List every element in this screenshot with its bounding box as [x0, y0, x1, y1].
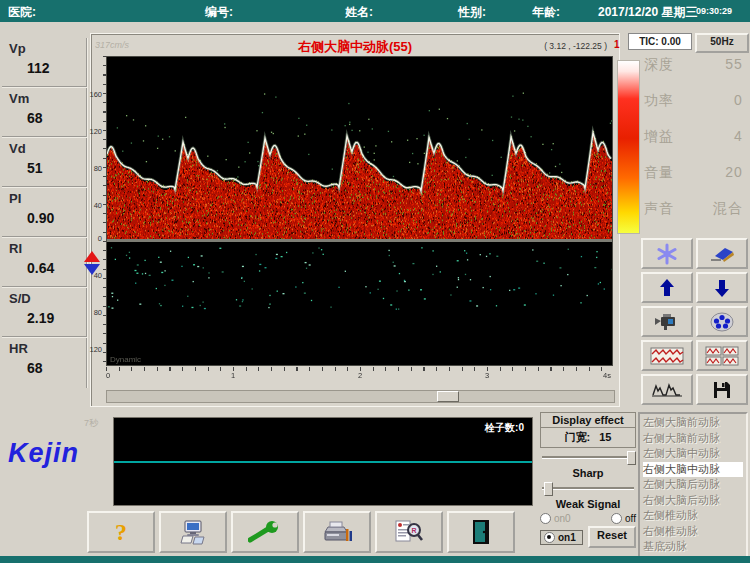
multi-trace-button[interactable]	[696, 340, 748, 371]
preview-button[interactable]: R	[375, 511, 443, 553]
save-button[interactable]	[696, 374, 748, 405]
measure-ri: RI 0.64	[2, 238, 88, 288]
intensity-colorbar	[617, 60, 640, 234]
envelope-button[interactable]	[641, 374, 693, 405]
reset-button[interactable]: Reset	[588, 526, 636, 548]
volume-label: 音量	[644, 164, 702, 182]
radio-on1[interactable]: on1	[540, 530, 583, 545]
vp-value: 112	[27, 60, 86, 76]
radio-on0-dot-icon	[540, 513, 551, 524]
ri-label: RI	[9, 241, 86, 256]
pi-value: 0.90	[27, 210, 86, 226]
artery-item-r-pca[interactable]: 右侧大脑后动脉	[643, 493, 746, 509]
vm-value: 68	[27, 110, 86, 126]
ri-value: 0.64	[27, 260, 86, 276]
exit-button[interactable]	[447, 511, 515, 553]
display-effect-title: Display effect	[540, 412, 636, 428]
patient-name-label: 姓名:	[345, 4, 373, 21]
spectral-panel: 317cm/s 右侧大脑中动脉(55) ( 3.12 , -122.25 ) 1…	[90, 33, 620, 407]
artery-item-r-mca-selected[interactable]: 右侧大脑中动脉	[643, 462, 743, 478]
y-tick-n80: 80	[94, 308, 102, 317]
radio-on0[interactable]: on0	[540, 513, 571, 524]
measure-pi: PI 0.90	[2, 188, 88, 238]
y-tick-160: 160	[89, 90, 102, 99]
radio-on1-label: on1	[558, 532, 576, 543]
clear-button[interactable]	[696, 238, 748, 269]
artery-item-l-pca[interactable]: 左侧大脑后动脉	[643, 477, 746, 493]
frequency-button[interactable]: 50Hz	[695, 33, 749, 53]
measure-hr: HR 68	[2, 338, 88, 388]
svg-text:R: R	[412, 527, 417, 534]
record-button[interactable]	[641, 306, 693, 337]
embolus-threshold-line	[114, 461, 532, 463]
gender-label: 性别:	[458, 4, 486, 21]
report-preview-icon: R	[394, 519, 424, 545]
vd-label: Vd	[9, 141, 86, 156]
artery-item-r-vertebral[interactable]: 右侧椎动脉	[643, 524, 746, 540]
y-tick-0: 0	[98, 234, 102, 243]
radio-off-label: off	[625, 513, 636, 524]
tic-readout: TIC: 0.00	[628, 33, 692, 50]
mode-label: Dynamic	[110, 355, 141, 364]
param-sound: 声音 混合	[644, 200, 746, 236]
age-label: 年龄:	[532, 4, 560, 21]
help-button[interactable]: ?	[87, 511, 155, 553]
gate-width-slider-thumb[interactable]	[627, 451, 636, 465]
printer-icon	[320, 519, 354, 545]
print-button[interactable]	[303, 511, 371, 553]
baseline-arrows[interactable]	[84, 251, 102, 281]
freeze-button[interactable]	[641, 238, 693, 269]
help-icon: ?	[115, 519, 127, 546]
x-tick-end: 4s	[603, 371, 611, 380]
artery-title: 右侧大脑中动脉(55)	[91, 38, 619, 56]
scrollbar-thumb[interactable]	[437, 391, 459, 402]
sd-value: 2.19	[27, 310, 86, 326]
baseline-down-arrow-icon	[84, 264, 100, 275]
multi-trace-icon	[705, 346, 739, 366]
doppler-waveform	[107, 57, 612, 365]
save-disk-icon	[713, 381, 731, 399]
sharp-slider[interactable]	[542, 482, 634, 494]
tools-button[interactable]	[231, 511, 299, 553]
y-axis: 160 120 80 40 0 40 80 120	[91, 56, 106, 366]
report-button[interactable]	[159, 511, 227, 553]
artery-item-l-aca[interactable]: 左侧大脑前动脉	[643, 415, 746, 431]
playback-button[interactable]	[696, 306, 748, 337]
embolus-monitor: 栓子数:0	[113, 417, 533, 506]
cursor-coordinates: ( 3.12 , -122.25 )	[544, 41, 607, 51]
artery-list[interactable]: 左侧大脑前动脉 右侧大脑前动脉 左侧大脑中动脉 右侧大脑中动脉 左侧大脑后动脉 …	[638, 412, 748, 558]
bottom-strip	[0, 556, 750, 563]
radio-on0-label: on0	[554, 513, 571, 524]
slider-track	[542, 456, 634, 459]
sharp-slider-thumb[interactable]	[544, 482, 553, 496]
spectral-display[interactable]: Dynamic	[106, 56, 613, 366]
x-tick-0: 0	[106, 371, 110, 380]
camera-icon	[653, 313, 681, 331]
weak-signal-label: Weak Signal	[540, 498, 636, 510]
artery-item-l-vertebral[interactable]: 左侧椎动脉	[643, 508, 746, 524]
y-tick-n120: 120	[89, 345, 102, 354]
scale-down-button[interactable]	[696, 272, 748, 303]
embolus-count: 栓子数:0	[485, 421, 524, 435]
y-tick-40: 40	[94, 201, 102, 210]
depth-value: 55	[707, 56, 743, 72]
scale-up-button[interactable]	[641, 272, 693, 303]
computer-report-icon	[178, 519, 208, 545]
spectral-scrollbar[interactable]	[106, 390, 615, 403]
gate-width-slider[interactable]	[542, 451, 634, 463]
radio-off-dot-icon	[611, 513, 622, 524]
artery-item-r-aca[interactable]: 右侧大脑前动脉	[643, 431, 746, 447]
y-tick-80: 80	[94, 164, 102, 173]
single-trace-button[interactable]	[641, 340, 693, 371]
hr-label: HR	[9, 341, 86, 356]
patient-id-label: 编号:	[205, 4, 233, 21]
artery-item-l-mca[interactable]: 左侧大脑中动脉	[643, 446, 746, 462]
gate-width-row: 门宽: 15	[540, 428, 636, 448]
pi-label: PI	[9, 191, 86, 206]
channel-indicator: 1	[614, 39, 620, 50]
x-axis: 0 1 2 3 4s	[106, 367, 613, 383]
slider-track	[542, 487, 634, 490]
artery-item-basilar[interactable]: 基底动脉	[643, 539, 746, 555]
measure-vm: Vm 68	[2, 88, 88, 138]
radio-off[interactable]: off	[611, 513, 636, 524]
